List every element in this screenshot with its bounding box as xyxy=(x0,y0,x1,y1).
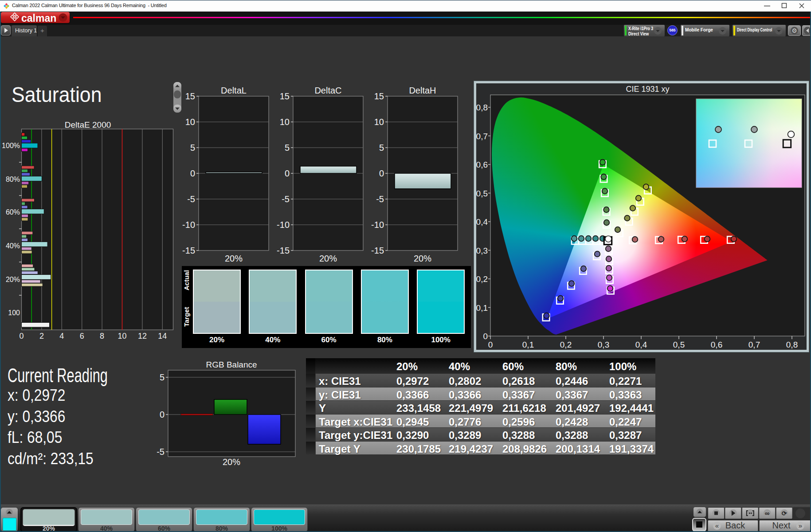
svg-text:Back: Back xyxy=(725,520,745,530)
svg-text:»: » xyxy=(799,522,802,529)
svg-text:⚙: ⚙ xyxy=(791,27,797,34)
svg-text:DeltaH: DeltaH xyxy=(409,86,436,95)
svg-text:20%: 20% xyxy=(319,254,337,263)
svg-text:5: 5 xyxy=(379,143,384,153)
svg-text:20%: 20% xyxy=(223,457,240,467)
svg-text:Next: Next xyxy=(772,520,791,530)
svg-text:15: 15 xyxy=(374,91,384,101)
svg-text:«: « xyxy=(715,522,719,529)
svg-text:10: 10 xyxy=(374,117,384,127)
svg-text:DeltaC: DeltaC xyxy=(314,86,341,95)
svg-text:∞: ∞ xyxy=(765,509,770,517)
svg-text:⟳: ⟳ xyxy=(782,510,787,517)
svg-text:-5: -5 xyxy=(157,447,165,457)
svg-text:-15: -15 xyxy=(371,246,384,255)
svg-text:-5: -5 xyxy=(376,194,384,204)
svg-text:20%: 20% xyxy=(414,254,431,263)
svg-text:0: 0 xyxy=(160,410,165,419)
svg-text:-10: -10 xyxy=(371,220,384,230)
svg-text:RGB Balance: RGB Balance xyxy=(206,360,257,369)
svg-text:0: 0 xyxy=(379,168,384,178)
svg-text:5: 5 xyxy=(160,372,165,382)
